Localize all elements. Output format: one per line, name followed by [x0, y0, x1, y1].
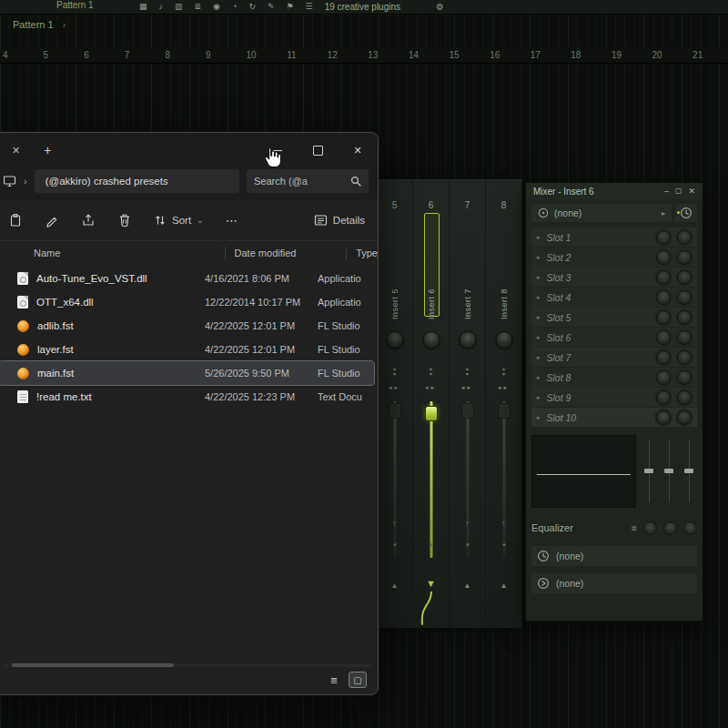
route-up-icon[interactable]: ↑: [450, 519, 485, 528]
effect-slot-1[interactable]: ▸Slot 1: [531, 228, 697, 247]
slot-mix-knob[interactable]: [656, 230, 671, 245]
pan-knob[interactable]: [459, 331, 476, 349]
pan-knob[interactable]: [422, 331, 440, 349]
slot-enable-knob[interactable]: [677, 330, 692, 345]
file-row-selected[interactable]: main.fst 5/26/2025 9:50 PM FL Studio: [0, 361, 374, 385]
effect-slot-4[interactable]: ▸Slot 4: [531, 288, 697, 307]
minimize-icon[interactable]: –: [664, 183, 669, 199]
slot-enable-knob[interactable]: [677, 230, 692, 245]
record-icon[interactable]: ◉: [213, 0, 220, 14]
mixer-panel-titlebar[interactable]: Mixer - Insert 6 – ▢ ✕: [526, 183, 703, 199]
metronome-icon[interactable]: ◔: [232, 0, 237, 14]
route-toggle-icon[interactable]: ▲: [450, 581, 485, 590]
pattern-label-row[interactable]: Pattern 1 ›: [13, 19, 66, 30]
stereo-right-icon[interactable]: ▸: [468, 384, 474, 390]
route-up-icon[interactable]: ↑: [413, 519, 449, 528]
plugin-slot-selector[interactable]: (none) ▸: [531, 204, 672, 222]
rename-button[interactable]: [45, 213, 59, 228]
pan-knob[interactable]: [495, 331, 512, 349]
window-close-button[interactable]: ✕: [338, 133, 378, 167]
slot-enable-knob[interactable]: [677, 250, 692, 265]
delay-compensation-button[interactable]: [675, 204, 697, 222]
file-row[interactable]: adlib.fst 4/22/2025 12:01 PM FL Studio: [0, 314, 374, 338]
eq-curve-display[interactable]: [531, 435, 636, 508]
file-row[interactable]: !read me.txt 4/22/2025 12:23 PM Text Doc…: [0, 385, 374, 409]
menu-icon[interactable]: ☰: [306, 0, 313, 14]
volume-fader-handle[interactable]: [498, 403, 511, 419]
effect-slot-9[interactable]: ▸Slot 9: [531, 388, 697, 407]
slot-enable-knob[interactable]: [677, 350, 692, 365]
flag-icon[interactable]: ⚑: [286, 0, 293, 14]
eq-band-slider-mid[interactable]: [662, 439, 675, 504]
playlist-timeline[interactable]: 4 5 6 7 8 9 10 11 12 13 14 15 16 17 18 1…: [0, 47, 728, 64]
slot-mix-knob[interactable]: [656, 250, 671, 265]
explorer-tab-bar[interactable]: ✕ + ✕: [0, 133, 378, 167]
eq-menu-icon[interactable]: ≣: [631, 524, 637, 532]
breadcrumb[interactable]: (@akkiro) crashed presets: [35, 169, 239, 193]
slot-enable-knob[interactable]: [677, 290, 692, 305]
view-details-button[interactable]: Details: [314, 214, 365, 227]
file-row[interactable]: Auto-Tune_Evo_VST.dll 4/16/2021 8:06 PM …: [0, 267, 374, 290]
delete-button[interactable]: [117, 213, 132, 228]
stereo-right-icon[interactable]: ▸: [431, 384, 438, 390]
eq-freq-knob-mid[interactable]: [663, 521, 677, 535]
eq-freq-knob-low[interactable]: [643, 521, 657, 535]
list-icon[interactable]: ≣: [195, 0, 202, 14]
new-item-button[interactable]: [8, 213, 23, 228]
list-view-button[interactable]: ≣: [326, 672, 342, 687]
mixer-strip-insert-5[interactable]: 5 Insert 5 ▴▾ ◂▸ ↑ ▲: [377, 180, 413, 628]
pan-knob[interactable]: [386, 331, 403, 349]
mixer-strip-insert-6[interactable]: 6 Insert 6 ▴▾ ◂▸ ↑ ▼: [413, 180, 450, 628]
slot-mix-knob[interactable]: [656, 370, 671, 385]
thumbnail-view-button[interactable]: ▢: [349, 672, 367, 688]
slot-enable-knob[interactable]: [677, 370, 692, 385]
route-toggle-icon[interactable]: ▲: [377, 581, 412, 590]
slot-enable-knob[interactable]: [677, 390, 692, 405]
route-up-icon[interactable]: ↑: [377, 519, 412, 528]
slot-arrow-icon[interactable]: ▸: [537, 354, 541, 361]
volume-fader-track[interactable]: [430, 401, 432, 558]
slot-mix-knob[interactable]: [656, 330, 671, 345]
nudge-down-icon[interactable]: ▾: [377, 371, 412, 377]
send-slot-row[interactable]: (none): [531, 573, 697, 593]
slot-enable-knob[interactable]: [677, 270, 692, 285]
slot-enable-knob[interactable]: [677, 310, 692, 325]
stereo-right-icon[interactable]: ▸: [504, 384, 511, 390]
sort-button[interactable]: Sort ⌄: [154, 214, 204, 227]
column-header-date[interactable]: Date modified: [225, 247, 347, 259]
close-icon[interactable]: ✕: [688, 183, 695, 199]
volume-fader-handle[interactable]: [389, 403, 401, 419]
slot-mix-knob[interactable]: [656, 390, 671, 405]
volume-fader-track[interactable]: [502, 401, 505, 558]
time-slot-row[interactable]: (none): [531, 546, 697, 566]
chevron-right-icon[interactable]: ›: [24, 176, 27, 187]
effect-slot-5[interactable]: ▸Slot 5: [531, 308, 697, 327]
route-up-icon[interactable]: ↑: [486, 519, 521, 528]
slot-enable-knob[interactable]: [677, 410, 692, 425]
draw-icon[interactable]: ✎: [268, 0, 275, 14]
effect-slot-6[interactable]: ▸Slot 6: [531, 328, 697, 347]
column-header-type[interactable]: Type: [346, 247, 378, 259]
nudge-down-icon[interactable]: ▾: [450, 371, 485, 377]
image-icon[interactable]: ▦: [139, 0, 147, 14]
window-minimize-button[interactable]: [258, 133, 298, 167]
slot-mix-knob[interactable]: [656, 410, 671, 425]
eq-band-slider-low[interactable]: [642, 439, 655, 504]
volume-fader-handle[interactable]: [425, 406, 438, 421]
route-toggle-icon[interactable]: ▲: [486, 581, 521, 590]
effect-slot-8[interactable]: ▸Slot 8: [531, 368, 697, 387]
slot-arrow-icon[interactable]: ▸: [537, 374, 541, 381]
column-header-name[interactable]: Name: [17, 248, 225, 258]
slot-mix-knob[interactable]: [656, 350, 671, 365]
new-tab-button[interactable]: +: [44, 143, 51, 157]
gear-icon[interactable]: ⚙: [436, 0, 444, 14]
volume-fader-track[interactable]: [466, 401, 469, 558]
pattern-selector[interactable]: Pattern 1: [56, 0, 127, 14]
slot-arrow-icon[interactable]: ▸: [537, 274, 541, 281]
share-button[interactable]: [81, 213, 96, 228]
slot-mix-knob[interactable]: [656, 290, 671, 305]
effect-slot-3[interactable]: ▸Slot 3: [531, 268, 697, 287]
effect-slot-7[interactable]: ▸Slot 7: [531, 348, 697, 367]
tab-close-icon[interactable]: ✕: [12, 145, 20, 157]
slot-arrow-icon[interactable]: ▸: [537, 234, 541, 241]
